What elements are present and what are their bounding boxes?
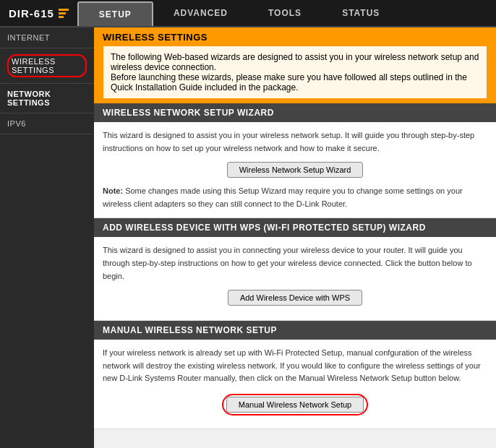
add-wireless-device-wps-button[interactable]: Add Wireless Device with WPS [228, 290, 362, 306]
banner-text2: Before launching these wizards, please m… [111, 72, 479, 92]
manual-wireless-network-setup-button[interactable]: Manual Wireless Network Setup [226, 397, 364, 413]
logo-area: DIR-615 [0, 0, 77, 26]
tab-advanced[interactable]: ADVANCED [153, 0, 248, 26]
wps-header: ADD WIRELESS DEVICE WITH WPS (WI-FI PROT… [94, 218, 496, 237]
logo-bars [59, 9, 69, 18]
tab-tools[interactable]: TOOLS [248, 0, 322, 26]
sidebar: INTERNET WIRELESS SETTINGS NETWORK SETTI… [0, 27, 94, 448]
wireless-network-setup-wizard-button[interactable]: Wireless Network Setup Wizard [227, 162, 364, 178]
content-area: WIRELESS SETTINGS The following Web-base… [94, 27, 496, 448]
nav-tabs: SETUP ADVANCED TOOLS STATUS [77, 0, 496, 26]
manual-wireless-desc: If your wireless network is already set … [103, 347, 487, 385]
wps-body: This wizard is designed to assist you in… [94, 237, 496, 321]
wps-desc: This wizard is designed to assist you in… [103, 244, 487, 283]
wireless-setup-btn-area: Wireless Network Setup Wizard [103, 162, 487, 178]
banner-text1: The following Web-based wizards are desi… [111, 52, 479, 72]
main-layout: INTERNET WIRELESS SETTINGS NETWORK SETTI… [0, 27, 496, 448]
banner-body: The following Web-based wizards are desi… [103, 46, 487, 99]
wireless-setup-section: WIRELESS NETWORK SETUP WIZARD This wizar… [94, 103, 496, 218]
sidebar-item-network-settings[interactable]: NETWORK SETTINGS [0, 84, 94, 113]
logo-bar-3 [59, 16, 64, 18]
wireless-setup-note: Note: Some changes made using this Setup… [103, 185, 487, 210]
note-label: Note: [103, 186, 123, 195]
top-nav: DIR-615 SETUP ADVANCED TOOLS STATUS [0, 0, 496, 27]
manual-wireless-section: MANUAL WIRELESS NETWORK SETUP If your wi… [94, 321, 496, 429]
logo-text: DIR-615 [9, 7, 54, 20]
wireless-setup-header: WIRELESS NETWORK SETUP WIZARD [94, 103, 496, 122]
sidebar-item-wireless-settings[interactable]: WIRELESS SETTINGS [0, 48, 94, 84]
wireless-settings-banner: WIRELESS SETTINGS The following Web-base… [94, 27, 496, 103]
sidebar-item-internet[interactable]: INTERNET [0, 27, 94, 48]
tab-setup[interactable]: SETUP [77, 1, 153, 26]
note-body: Some changes made using this Setup Wizar… [103, 186, 463, 208]
wireless-setup-desc: This wizard is designed to assist you in… [103, 129, 487, 155]
tab-status[interactable]: STATUS [322, 0, 400, 26]
manual-wireless-header: MANUAL WIRELESS NETWORK SETUP [94, 321, 496, 340]
manual-wireless-body: If your wireless network is already set … [94, 340, 496, 429]
wps-btn-area: Add Wireless Device with WPS [103, 290, 487, 306]
manual-btn-area: Manual Wireless Network Setup [103, 394, 487, 415]
sidebar-item-ipv6[interactable]: IPv6 [0, 113, 94, 134]
wps-section: ADD WIRELESS DEVICE WITH WPS (WI-FI PROT… [94, 218, 496, 321]
logo-bar-1 [59, 9, 69, 11]
wireless-setup-body: This wizard is designed to assist you in… [94, 122, 496, 218]
banner-title: WIRELESS SETTINGS [103, 32, 487, 43]
wireless-settings-highlight: WIRELESS SETTINGS [7, 54, 87, 77]
manual-btn-highlight: Manual Wireless Network Setup [222, 394, 369, 415]
logo-bar-2 [59, 12, 66, 14]
